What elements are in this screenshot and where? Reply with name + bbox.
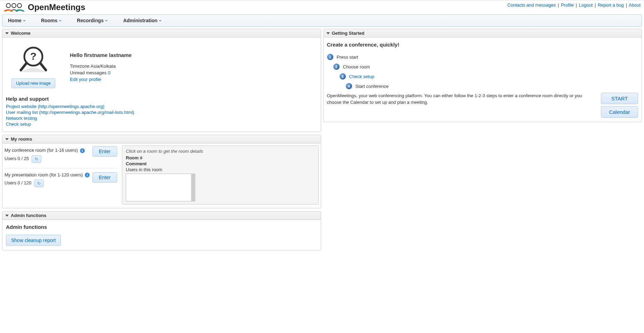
link-network-testing[interactable]: Network testing	[6, 116, 37, 121]
panel-title: My rooms	[11, 136, 32, 142]
separator: |	[595, 2, 596, 8]
panel-my-rooms: My rooms My conference room (for 1-16 us…	[2, 135, 321, 208]
step-number-icon: 2	[333, 64, 340, 70]
nav-label: Home	[8, 18, 22, 23]
unread-messages-line: Unread messages 0	[70, 70, 132, 75]
panel-title: Admin functions	[11, 213, 47, 218]
unread-count-link[interactable]: 0	[108, 70, 110, 75]
chevron-down-icon	[59, 20, 62, 22]
topbar: OpenMeetings Contacts and messages | Pro…	[0, 0, 644, 13]
collapse-toggle-icon	[5, 215, 9, 217]
col-left: Welcome ? Uplo	[2, 29, 321, 253]
room-details-hint: Click on a room to get the room details	[126, 149, 315, 154]
enter-room-button[interactable]: Enter	[92, 172, 117, 183]
step-2: 2 Choose room	[333, 64, 638, 70]
step-3: 3 Check setup	[340, 73, 638, 80]
edit-profile-link[interactable]: Edit your profile	[70, 77, 101, 82]
link-project-website[interactable]: Project website (http://openmeetings.apa…	[6, 104, 104, 109]
rooms-row: My conference room (for 1-16 users) i En…	[2, 143, 321, 208]
room-name: My conference room (for 1-16 users)	[5, 148, 78, 153]
panel-getting-started: Getting Started Create a conference, qui…	[323, 29, 642, 122]
getting-started-buttons: START Calendar	[601, 93, 638, 118]
chevron-down-icon	[159, 20, 162, 22]
timezone-text: Timezone Asia/Kolkata	[70, 64, 132, 69]
avatar-column: ? Upload new image	[7, 44, 59, 88]
room-users-listbox[interactable]	[126, 174, 195, 201]
link-check-setup[interactable]: Check setup	[6, 122, 31, 127]
col-right: Getting Started Create a conference, qui…	[323, 29, 642, 253]
panel-title: Getting Started	[332, 31, 365, 36]
brand-logo-icon	[2, 2, 26, 12]
step-link-check-setup[interactable]: Check setup	[349, 74, 374, 79]
nav-item-recordings[interactable]: Recordings	[71, 15, 117, 26]
nav-item-administration[interactable]: Administration	[117, 15, 171, 26]
panel-header-getting-started[interactable]: Getting Started	[324, 29, 642, 38]
panel-header-welcome[interactable]: Welcome	[2, 29, 321, 38]
link-report-bug[interactable]: Report a bug	[598, 2, 624, 8]
avatar-placeholder-icon: ?	[16, 44, 51, 76]
calendar-button[interactable]: Calendar	[601, 106, 638, 118]
getting-started-heading: Create a conference, quickly!	[327, 42, 638, 48]
link-logout[interactable]: Logout	[579, 2, 593, 8]
step-4: 4 Start conference	[346, 83, 638, 89]
link-about[interactable]: About	[629, 2, 641, 8]
collapse-toggle-icon	[326, 32, 330, 34]
link-mailing-list[interactable]: User mailing list (http://openmeetings.a…	[6, 110, 134, 115]
panel-body-getting-started: Create a conference, quickly! 1 Press st…	[324, 38, 642, 122]
svg-point-1	[12, 3, 16, 8]
show-cleanup-report-button[interactable]: Show cleanup report	[6, 235, 61, 246]
room-name: My presentation room (for 1-120 users)	[5, 172, 83, 177]
info-icon[interactable]: i	[85, 173, 90, 177]
nav-item-home[interactable]: Home	[2, 15, 35, 26]
enter-room-button[interactable]: Enter	[92, 146, 117, 157]
refresh-button[interactable]: ↻	[32, 155, 41, 163]
room-comment-label: Comment	[126, 161, 315, 166]
panel-body-welcome: ? Upload new image Hello firstname lastn…	[2, 38, 321, 132]
collapse-toggle-icon	[5, 138, 9, 140]
nav-label: Recordings	[77, 18, 104, 23]
separator: |	[576, 2, 577, 8]
brand: OpenMeetings	[2, 2, 85, 12]
panel-admin-functions: Admin functions Admin functions Show cle…	[2, 211, 321, 250]
svg-point-0	[6, 3, 10, 8]
start-button[interactable]: START	[601, 93, 638, 104]
step-label: Press start	[337, 55, 358, 60]
separator: |	[558, 2, 559, 8]
room-number-label: Room #	[126, 155, 315, 160]
chevron-down-icon	[105, 20, 108, 22]
greeting-text: Hello firstname lastname	[70, 52, 132, 58]
nav-label: Administration	[123, 18, 157, 23]
nav-item-rooms[interactable]: Rooms	[35, 15, 71, 26]
chevron-down-icon	[23, 20, 26, 22]
link-profile[interactable]: Profile	[561, 2, 574, 8]
step-label: Choose room	[343, 64, 370, 69]
step-1: 1 Press start	[327, 54, 638, 60]
room-item: My conference room (for 1-16 users) i En…	[5, 145, 117, 167]
step-number-icon: 3	[340, 73, 346, 80]
panel-header-admin[interactable]: Admin functions	[2, 211, 321, 220]
help-links: Project website (http://openmeetings.apa…	[6, 104, 317, 127]
nav-label: Rooms	[41, 18, 57, 23]
room-users-label: Users in this room	[126, 167, 315, 172]
brand-title: OpenMeetings	[28, 2, 85, 12]
main: Welcome ? Uplo	[0, 29, 644, 257]
upload-image-button[interactable]: Upload new image	[11, 78, 55, 88]
room-users-count: Users 0 / 25	[5, 156, 29, 161]
help-heading: Help and support	[6, 96, 317, 102]
panel-welcome: Welcome ? Uplo	[2, 29, 321, 132]
collapse-toggle-icon	[5, 32, 9, 34]
panel-header-my-rooms[interactable]: My rooms	[2, 135, 321, 143]
room-details: Click on a room to get the room details …	[122, 145, 319, 205]
step-number-icon: 1	[327, 54, 333, 60]
info-icon[interactable]: i	[80, 148, 85, 153]
room-item: My presentation room (for 1-120 users) i…	[5, 168, 117, 192]
getting-started-description: OpenMeetings, your web conferencing plat…	[327, 93, 596, 106]
panel-title: Welcome	[11, 31, 31, 36]
admin-heading: Admin functions	[6, 224, 317, 230]
step-number-icon: 4	[346, 83, 352, 89]
getting-started-footer: OpenMeetings, your web conferencing plat…	[327, 93, 638, 118]
svg-text:?: ?	[30, 50, 36, 62]
room-users-count: Users 0 / 120	[5, 181, 31, 186]
refresh-button[interactable]: ↻	[34, 180, 44, 187]
link-contacts-messages[interactable]: Contacts and messages	[507, 2, 556, 8]
